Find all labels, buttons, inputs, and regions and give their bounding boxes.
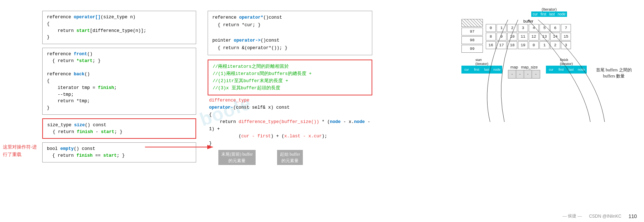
header-cur: cur	[531, 11, 539, 17]
code-box-front-back: reference front() { return *start; } ref…	[42, 48, 196, 115]
code-line: return start[difference_type(n)];	[47, 28, 146, 33]
code-line: {	[47, 79, 50, 84]
cell-4: 4	[529, 24, 539, 32]
code-line: reference back()	[47, 72, 90, 77]
start-first: first	[472, 66, 482, 73]
kw-operator-bracket: operator[]	[74, 15, 101, 20]
buffer-label: buffer	[486, 19, 571, 23]
diff-parens-line: (cur - first) + (x.last - x.cur);	[208, 133, 372, 140]
label-start-buffer: 起始 buffer的元素量	[277, 150, 303, 165]
cell-22: 2	[550, 41, 560, 49]
buffers-note: 首尾 buffers 之間的buffers 數量	[596, 67, 632, 79]
page-number: 110	[629, 213, 637, 219]
kw-finish: finish	[98, 85, 114, 90]
code-line: { return *cur; }	[212, 23, 261, 28]
map-cell-2: ·	[524, 70, 532, 78]
diff-section: difference_type operator-(const self& x)…	[208, 97, 372, 147]
kw-start3: start	[103, 153, 117, 158]
diff-type-call: difference_type(buffer_size())	[239, 119, 319, 124]
buffer-row-2: 16 17 18 19 0 1 2 3	[486, 41, 571, 49]
kw-node: node	[330, 119, 341, 124]
cell-23: 3	[561, 41, 571, 49]
finish-iterator: finish(iterator) cur first last node	[546, 58, 587, 74]
diff-brace-close: }	[208, 140, 372, 147]
start-last: last	[482, 66, 492, 73]
map-section: map map_size · · · ·	[508, 65, 540, 79]
kw-size: size	[74, 123, 85, 128]
code-line: { return &(operator*()); }	[212, 46, 287, 51]
right-panel: (Iterator) cur first last node 97 98 99 …	[461, 7, 637, 212]
iterator-top-label: (Iterator)	[542, 7, 557, 11]
cell-9: 9	[497, 33, 507, 41]
finish-node: node	[576, 66, 586, 73]
bottom-labels: 末尾(當前) buffer的元素量 起始 buffer的元素量	[208, 150, 372, 165]
label-tail-buffer: 末尾(當前) buffer的元素量	[218, 150, 256, 165]
cell-5: 5	[539, 24, 549, 32]
header-last: last	[548, 11, 556, 17]
cur-first: cur - first	[241, 134, 271, 139]
finish-cur: cur	[546, 66, 556, 73]
start-node: node	[492, 66, 502, 73]
cell-18: 18	[507, 41, 517, 49]
kw-back: back	[74, 72, 84, 77]
buffer-row-0: 0 1 2 3 4 5 6 7	[486, 24, 571, 32]
kw-op-minus: operator-	[209, 105, 233, 110]
footer-source: CSDN @INlinKC	[589, 214, 621, 219]
kw-star-start: *start	[77, 58, 93, 63]
cell-20: 0	[529, 41, 539, 49]
map-size-label: map_size	[521, 65, 538, 69]
code-line: { return *start; }	[47, 58, 101, 63]
code-line: }	[47, 35, 50, 40]
code-line: pointer operator->()const	[212, 38, 280, 43]
start-iterator: start(iterator) cur first last node	[461, 58, 502, 74]
cell-21: 1	[539, 41, 549, 49]
code-box-empty: bool empty() const { return finish == st…	[42, 142, 196, 162]
header-node: node	[556, 11, 567, 17]
finish-first: first	[556, 66, 566, 73]
code-line: iterator tmp = finish;	[47, 85, 117, 90]
finish-cells: cur first last node	[546, 66, 587, 74]
cell-12: 12	[529, 33, 539, 41]
code-line: return *tmp;	[47, 99, 90, 104]
cell-0: 0	[486, 24, 496, 32]
map-cell-3: ·	[532, 70, 540, 78]
code-line: {	[47, 22, 50, 27]
footer: — 侯捷 — CSDN @INlinKC 110	[562, 213, 637, 219]
code-line: reference operator[](size_type n)	[47, 15, 136, 20]
diff-type-text: difference_type	[209, 98, 250, 103]
start-cells: cur first last node	[461, 66, 502, 74]
footer-separator: — 侯捷 —	[562, 213, 582, 219]
kw-front: front	[74, 52, 87, 57]
page: boole 这里对操作符-进行了重载 reference operator[](…	[0, 0, 644, 222]
kw-start2: start	[101, 129, 115, 134]
cell-3: 3	[518, 24, 528, 32]
comment-line1: //兩根iterators之間的距離相當於	[213, 64, 289, 69]
code-line: reference front()	[47, 52, 93, 57]
finish-last: last	[566, 66, 576, 73]
start-cur: cur	[462, 66, 472, 73]
cell-2: 2	[507, 24, 517, 32]
diff-type-label: difference_type	[208, 97, 372, 104]
kw-finish3: finish	[77, 153, 93, 158]
kw-xnode: node	[354, 119, 365, 124]
comment-line3: //(2)itr至其buffer末尾的長度 +	[213, 79, 288, 84]
diff-return-line: return difference_type(buffer_size()) * …	[208, 118, 372, 133]
cell-1: 1	[497, 24, 507, 32]
code-line: size_type size() const	[47, 123, 106, 128]
mid-panel: reference operator*()const { return *cur…	[208, 11, 372, 165]
code-line: --tmp;	[47, 92, 74, 97]
cell-11: 11	[518, 33, 528, 41]
header-first: first	[539, 11, 548, 17]
cell-6: 6	[550, 24, 560, 32]
kw-empty: empty	[60, 146, 74, 151]
code-box-operator-bracket: reference operator[](size_type n) { retu…	[42, 11, 196, 44]
code-box-deref: reference operator*()const { return *cur…	[208, 11, 372, 55]
diff-operator-line: operator-(const self& x) const	[208, 104, 372, 111]
kw-op-star: operator*	[239, 15, 263, 20]
comment-line4: //(3)x 至其buffer起頭的長度	[213, 86, 280, 91]
cell-17: 17	[497, 41, 507, 49]
cell-8: 8	[486, 33, 496, 41]
code-line: bool empty() const	[47, 146, 95, 151]
code-line: reference operator*()const	[212, 15, 282, 20]
buffer-row-1: 8 9 10 11 12 13 14 15	[486, 33, 571, 41]
